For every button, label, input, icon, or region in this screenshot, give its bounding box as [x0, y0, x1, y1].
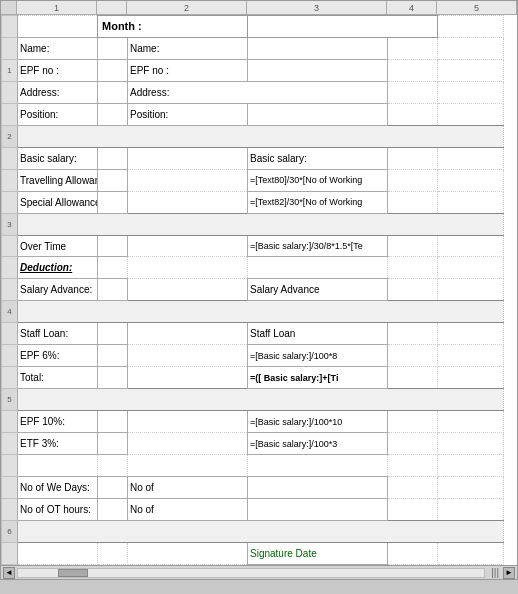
cell-f7: [388, 169, 438, 191]
cell-f14: [388, 367, 438, 389]
total-value[interactable]: [98, 367, 128, 389]
ruler-col-b: 1: [17, 1, 97, 14]
epf-value-right[interactable]: [248, 59, 388, 81]
travelling-formula: =[Text80]/30*[No of Working: [248, 169, 388, 191]
ot-hours-value[interactable]: [98, 498, 128, 520]
cell-c17: [98, 455, 128, 477]
staff-loan-value[interactable]: [98, 323, 128, 345]
ruler-corner: [1, 1, 17, 14]
cell-g10: [438, 257, 504, 279]
basic-salary-label-right: Basic salary:: [248, 147, 388, 169]
row-num: [2, 16, 18, 38]
special-value[interactable]: [98, 191, 128, 213]
row-num: [2, 37, 18, 59]
position-label-right: Position:: [128, 103, 248, 125]
cell-f17: [388, 455, 438, 477]
travelling-empty: [128, 169, 248, 191]
row-num: [2, 169, 18, 191]
address-value-left[interactable]: [98, 81, 128, 103]
cell-g16: [438, 433, 504, 455]
month-row: Month :: [2, 16, 504, 38]
special-empty: [128, 191, 248, 213]
total-label: Total:: [18, 367, 98, 389]
cell-f8: [388, 191, 438, 213]
basic-salary-value-left[interactable]: [98, 147, 128, 169]
ruler-col-f: 4: [387, 1, 437, 14]
epf-row: 1 EPF no : EPF no :: [2, 59, 504, 81]
epf6-formula: =[Basic salary:]/100*8: [248, 345, 388, 367]
epf10-empty: [128, 411, 248, 433]
cell-e17: [248, 455, 388, 477]
epf10-formula: =[Basic salary:]/100*10: [248, 411, 388, 433]
total-empty: [128, 367, 248, 389]
epf10-value[interactable]: [98, 411, 128, 433]
month-value[interactable]: [248, 16, 438, 38]
cell-g-sig: [438, 542, 504, 564]
travelling-label: Travelling Allowance:: [18, 169, 98, 191]
cell-f12: [388, 323, 438, 345]
position-label-left: Position:: [18, 103, 98, 125]
row-num-3: 3: [2, 213, 18, 235]
empty-row-1: [2, 455, 504, 477]
grid-table: Month : Name: Name: 1 EPF n: [1, 15, 504, 565]
ot-hours-value-right[interactable]: [248, 498, 388, 520]
cell-f2: [388, 37, 438, 59]
overtime-formula: =[Basic salary:]/30/8*1.5*[Te: [248, 235, 388, 257]
row-num: [2, 147, 18, 169]
epf6-value[interactable]: [98, 345, 128, 367]
row-num: [2, 257, 18, 279]
epf6-label: EPF 6%:: [18, 345, 98, 367]
epf10-row: EPF 10%: =[Basic salary:]/100*10: [2, 411, 504, 433]
row-num: [2, 345, 18, 367]
scroll-left-arrow[interactable]: ◄: [3, 567, 15, 579]
row-num-4: 4: [2, 301, 18, 323]
staff-loan-empty: [128, 323, 248, 345]
we-days-value-right[interactable]: [248, 477, 388, 499]
we-days-label-right: No of: [128, 477, 248, 499]
salary-advance-value[interactable]: [98, 279, 128, 301]
name-label-left: Name:: [18, 37, 98, 59]
overtime-value[interactable]: [98, 235, 128, 257]
cell-g12: [438, 323, 504, 345]
basic-salary-label-left: Basic salary:: [18, 147, 98, 169]
cell-f13: [388, 345, 438, 367]
overtime-empty: [128, 235, 248, 257]
we-days-value[interactable]: [98, 477, 128, 499]
epf-value-left[interactable]: [98, 59, 128, 81]
staff-loan-row: Staff Loan: Staff Loan: [2, 323, 504, 345]
travelling-allowance-row: Travelling Allowance: =[Text80]/30*[No o…: [2, 169, 504, 191]
scroll-right-arrow[interactable]: ►: [503, 567, 515, 579]
cell-f18: [388, 477, 438, 499]
section-4-row: 4: [2, 301, 504, 323]
cell-g5: [438, 103, 504, 125]
etf3-formula: =[Basic salary:]/100*3: [248, 433, 388, 455]
cell-f9: [388, 235, 438, 257]
address-label-left: Address:: [18, 81, 98, 103]
cell-g7: [438, 169, 504, 191]
row-num: [2, 411, 18, 433]
row-num: [2, 323, 18, 345]
salary-advance-row: Salary Advance: Salary Advance: [2, 279, 504, 301]
position-value-right[interactable]: [248, 103, 388, 125]
address-row: Address: Address:: [2, 81, 504, 103]
scroll-thumb[interactable]: [58, 569, 88, 577]
no-of-we-days-row: No of We Days: No of: [2, 477, 504, 499]
row-num: [2, 367, 18, 389]
name-value-right[interactable]: [248, 37, 388, 59]
deduction-label: Deduction:: [18, 257, 98, 279]
cell-g4: [438, 81, 504, 103]
address-value-right[interactable]: Address:: [128, 81, 388, 103]
salary-advance-right: Salary Advance: [248, 279, 388, 301]
position-value-left[interactable]: [98, 103, 128, 125]
etf3-value[interactable]: [98, 433, 128, 455]
cell-f11: [388, 279, 438, 301]
cell-g1: [438, 16, 504, 38]
cell-g14: [438, 367, 504, 389]
overtime-row: Over Time =[Basic salary:]/30/8*1.5*[Te: [2, 235, 504, 257]
scroll-track[interactable]: [17, 568, 485, 578]
row-num: [2, 235, 18, 257]
cell-c-sig: [98, 542, 128, 564]
name-value-left[interactable]: [98, 37, 128, 59]
horizontal-scrollbar[interactable]: ◄ ||| ►: [1, 565, 517, 579]
travelling-value[interactable]: [98, 169, 128, 191]
